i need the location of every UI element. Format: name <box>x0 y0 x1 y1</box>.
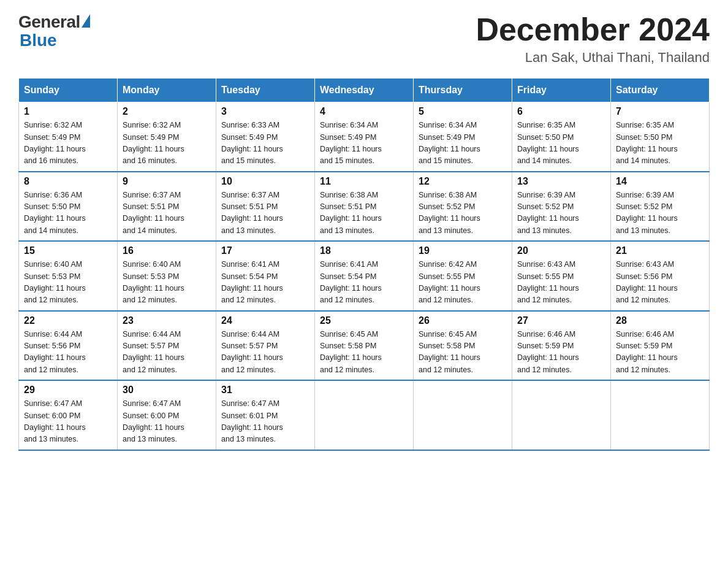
calendar-day-cell: 24Sunrise: 6:44 AMSunset: 5:57 PMDayligh… <box>216 311 315 381</box>
page-header: General Blue December 2024 Lan Sak, Utha… <box>18 12 710 66</box>
calendar-day-cell: 23Sunrise: 6:44 AMSunset: 5:57 PMDayligh… <box>118 311 216 381</box>
day-number: 28 <box>616 315 704 326</box>
calendar-day-cell: 30Sunrise: 6:47 AMSunset: 6:00 PMDayligh… <box>118 380 216 450</box>
weekday-header-saturday: Saturday <box>611 79 710 102</box>
day-info: Sunrise: 6:37 AMSunset: 5:51 PMDaylight:… <box>221 190 309 237</box>
calendar-table: SundayMondayTuesdayWednesdayThursdayFrid… <box>18 78 710 451</box>
day-number: 31 <box>221 385 309 396</box>
day-number: 9 <box>123 176 211 187</box>
day-info: Sunrise: 6:47 AMSunset: 6:00 PMDaylight:… <box>123 398 211 446</box>
day-number: 30 <box>123 385 211 396</box>
day-info: Sunrise: 6:34 AMSunset: 5:49 PMDaylight:… <box>419 120 507 167</box>
day-info: Sunrise: 6:47 AMSunset: 6:01 PMDaylight:… <box>221 398 309 446</box>
day-info: Sunrise: 6:44 AMSunset: 5:56 PMDaylight:… <box>24 329 112 377</box>
calendar-day-cell: 3Sunrise: 6:33 AMSunset: 5:49 PMDaylight… <box>216 102 315 172</box>
day-info: Sunrise: 6:45 AMSunset: 5:58 PMDaylight:… <box>320 329 408 377</box>
weekday-header-tuesday: Tuesday <box>216 79 315 102</box>
day-info: Sunrise: 6:35 AMSunset: 5:50 PMDaylight:… <box>616 120 704 167</box>
calendar-day-cell: 13Sunrise: 6:39 AMSunset: 5:52 PMDayligh… <box>512 172 611 242</box>
location-subheading: Lan Sak, Uthai Thani, Thailand <box>476 50 710 66</box>
day-number: 16 <box>123 245 211 256</box>
day-info: Sunrise: 6:43 AMSunset: 5:56 PMDaylight:… <box>616 259 704 307</box>
calendar-day-cell: 21Sunrise: 6:43 AMSunset: 5:56 PMDayligh… <box>611 241 710 311</box>
day-info: Sunrise: 6:44 AMSunset: 5:57 PMDaylight:… <box>221 329 309 377</box>
calendar-day-cell: 1Sunrise: 6:32 AMSunset: 5:49 PMDaylight… <box>19 102 118 172</box>
day-info: Sunrise: 6:34 AMSunset: 5:49 PMDaylight:… <box>320 120 408 167</box>
calendar-day-cell: 12Sunrise: 6:38 AMSunset: 5:52 PMDayligh… <box>414 172 512 242</box>
day-number: 29 <box>24 385 112 396</box>
day-info: Sunrise: 6:33 AMSunset: 5:49 PMDaylight:… <box>221 120 309 167</box>
day-number: 18 <box>320 245 408 256</box>
calendar-day-cell: 29Sunrise: 6:47 AMSunset: 6:00 PMDayligh… <box>19 380 118 450</box>
calendar-day-cell <box>315 380 414 450</box>
calendar-day-cell: 26Sunrise: 6:45 AMSunset: 5:58 PMDayligh… <box>414 311 512 381</box>
weekday-header-row: SundayMondayTuesdayWednesdayThursdayFrid… <box>19 79 710 102</box>
calendar-day-cell: 5Sunrise: 6:34 AMSunset: 5:49 PMDaylight… <box>414 102 512 172</box>
calendar-day-cell: 11Sunrise: 6:38 AMSunset: 5:51 PMDayligh… <box>315 172 414 242</box>
day-info: Sunrise: 6:47 AMSunset: 6:00 PMDaylight:… <box>24 398 112 446</box>
calendar-day-cell: 20Sunrise: 6:43 AMSunset: 5:55 PMDayligh… <box>512 241 611 311</box>
calendar-day-cell <box>611 380 710 450</box>
calendar-day-cell: 17Sunrise: 6:41 AMSunset: 5:54 PMDayligh… <box>216 241 315 311</box>
day-number: 6 <box>517 106 605 117</box>
calendar-week-row: 29Sunrise: 6:47 AMSunset: 6:00 PMDayligh… <box>19 380 710 450</box>
day-number: 5 <box>419 106 507 117</box>
calendar-day-cell: 14Sunrise: 6:39 AMSunset: 5:52 PMDayligh… <box>611 172 710 242</box>
calendar-day-cell: 7Sunrise: 6:35 AMSunset: 5:50 PMDaylight… <box>611 102 710 172</box>
day-number: 19 <box>419 245 507 256</box>
day-number: 20 <box>517 245 605 256</box>
day-number: 14 <box>616 176 704 187</box>
day-info: Sunrise: 6:40 AMSunset: 5:53 PMDaylight:… <box>123 259 211 307</box>
calendar-week-row: 1Sunrise: 6:32 AMSunset: 5:49 PMDaylight… <box>19 102 710 172</box>
day-info: Sunrise: 6:41 AMSunset: 5:54 PMDaylight:… <box>221 259 309 307</box>
day-number: 3 <box>221 106 309 117</box>
weekday-header-sunday: Sunday <box>19 79 118 102</box>
calendar-week-row: 8Sunrise: 6:36 AMSunset: 5:50 PMDaylight… <box>19 172 710 242</box>
weekday-header-thursday: Thursday <box>414 79 512 102</box>
day-number: 17 <box>221 245 309 256</box>
calendar-day-cell: 6Sunrise: 6:35 AMSunset: 5:50 PMDaylight… <box>512 102 611 172</box>
weekday-header-wednesday: Wednesday <box>315 79 414 102</box>
day-number: 23 <box>123 315 211 326</box>
day-info: Sunrise: 6:38 AMSunset: 5:52 PMDaylight:… <box>419 190 507 237</box>
day-number: 8 <box>24 176 112 187</box>
day-info: Sunrise: 6:43 AMSunset: 5:55 PMDaylight:… <box>517 259 605 307</box>
calendar-day-cell: 16Sunrise: 6:40 AMSunset: 5:53 PMDayligh… <box>118 241 216 311</box>
day-info: Sunrise: 6:39 AMSunset: 5:52 PMDaylight:… <box>517 190 605 237</box>
day-number: 21 <box>616 245 704 256</box>
logo-general-text: General <box>18 12 80 32</box>
weekday-header-monday: Monday <box>118 79 216 102</box>
calendar-day-cell: 9Sunrise: 6:37 AMSunset: 5:51 PMDaylight… <box>118 172 216 242</box>
calendar-week-row: 15Sunrise: 6:40 AMSunset: 5:53 PMDayligh… <box>19 241 710 311</box>
day-info: Sunrise: 6:40 AMSunset: 5:53 PMDaylight:… <box>24 259 112 307</box>
calendar-day-cell: 27Sunrise: 6:46 AMSunset: 5:59 PMDayligh… <box>512 311 611 381</box>
logo: General Blue <box>18 12 90 49</box>
day-number: 7 <box>616 106 704 117</box>
day-info: Sunrise: 6:35 AMSunset: 5:50 PMDaylight:… <box>517 120 605 167</box>
day-number: 13 <box>517 176 605 187</box>
day-info: Sunrise: 6:36 AMSunset: 5:50 PMDaylight:… <box>24 190 112 237</box>
day-number: 22 <box>24 315 112 326</box>
day-number: 15 <box>24 245 112 256</box>
calendar-day-cell: 10Sunrise: 6:37 AMSunset: 5:51 PMDayligh… <box>216 172 315 242</box>
calendar-week-row: 22Sunrise: 6:44 AMSunset: 5:56 PMDayligh… <box>19 311 710 381</box>
day-info: Sunrise: 6:37 AMSunset: 5:51 PMDaylight:… <box>123 190 211 237</box>
day-info: Sunrise: 6:45 AMSunset: 5:58 PMDaylight:… <box>419 329 507 377</box>
day-number: 4 <box>320 106 408 117</box>
calendar-day-cell: 18Sunrise: 6:41 AMSunset: 5:54 PMDayligh… <box>315 241 414 311</box>
logo-blue-text: Blue <box>20 32 90 49</box>
day-number: 27 <box>517 315 605 326</box>
calendar-day-cell: 28Sunrise: 6:46 AMSunset: 5:59 PMDayligh… <box>611 311 710 381</box>
day-number: 25 <box>320 315 408 326</box>
calendar-day-cell: 8Sunrise: 6:36 AMSunset: 5:50 PMDaylight… <box>19 172 118 242</box>
day-number: 12 <box>419 176 507 187</box>
day-info: Sunrise: 6:41 AMSunset: 5:54 PMDaylight:… <box>320 259 408 307</box>
calendar-day-cell: 15Sunrise: 6:40 AMSunset: 5:53 PMDayligh… <box>19 241 118 311</box>
day-number: 2 <box>123 106 211 117</box>
calendar-day-cell: 25Sunrise: 6:45 AMSunset: 5:58 PMDayligh… <box>315 311 414 381</box>
day-number: 26 <box>419 315 507 326</box>
day-info: Sunrise: 6:32 AMSunset: 5:49 PMDaylight:… <box>123 120 211 167</box>
day-number: 24 <box>221 315 309 326</box>
calendar-day-cell <box>512 380 611 450</box>
day-number: 11 <box>320 176 408 187</box>
